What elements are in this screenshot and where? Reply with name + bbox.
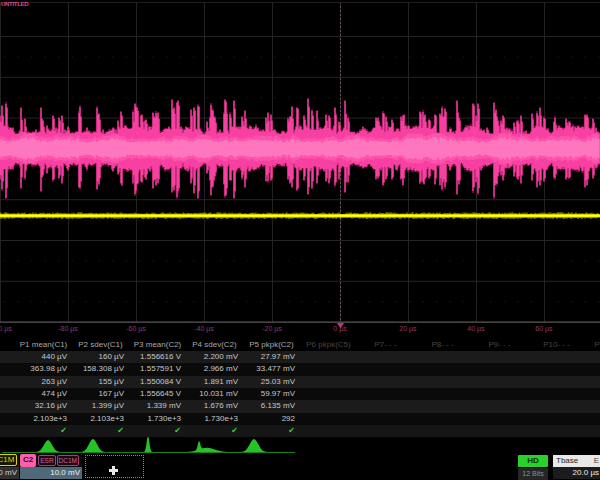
svg-text:60 µs: 60 µs bbox=[535, 325, 553, 333]
svg-text:-60 µs: -60 µs bbox=[126, 325, 146, 333]
svg-text:-20 µs: -20 µs bbox=[262, 325, 282, 333]
svg-text:40 µs: 40 µs bbox=[467, 325, 485, 333]
svg-text:-40 µs: -40 µs bbox=[194, 325, 214, 333]
svg-text:-100 µs: -100 µs bbox=[0, 325, 12, 333]
svg-text:20 µs: 20 µs bbox=[399, 325, 417, 333]
svg-text:-80 µs: -80 µs bbox=[58, 325, 78, 333]
